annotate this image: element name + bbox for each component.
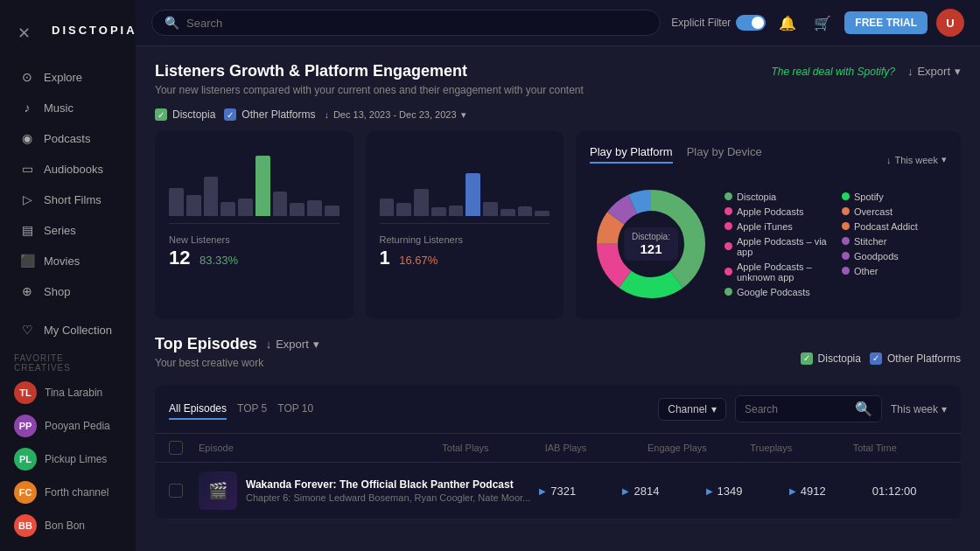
sidebar-item-music[interactable]: ♪ Music bbox=[5, 93, 130, 122]
iab-plays-value: 2814 bbox=[634, 485, 659, 498]
sidebar-item-short-films[interactable]: ▷ Short Films bbox=[5, 185, 130, 214]
sidebar-item-audiobooks[interactable]: ▭ Audiobooks bbox=[5, 154, 130, 184]
legend-dot bbox=[842, 222, 850, 230]
tab-play-by-platform[interactable]: Play by Platform bbox=[590, 145, 673, 164]
top-ep-other-platforms-filter[interactable]: Other Platforms bbox=[870, 352, 961, 365]
tab-top-10[interactable]: TOP 10 bbox=[277, 399, 313, 420]
tab-all-episodes[interactable]: All Episodes bbox=[169, 399, 227, 420]
export-icon: ↓ bbox=[266, 338, 272, 351]
tab-play-by-device[interactable]: Play by Device bbox=[687, 145, 762, 164]
top-episodes-export-button[interactable]: ↓ Export ▾ bbox=[266, 338, 319, 351]
bar bbox=[169, 188, 184, 216]
sidebar-item-series[interactable]: ▤ Series bbox=[5, 215, 130, 245]
sidebar-item-movies[interactable]: ⬛ Movies bbox=[5, 246, 130, 276]
chevron-down-icon: ▾ bbox=[461, 109, 466, 121]
export-button[interactable]: ↓ Export ▾ bbox=[907, 65, 961, 78]
short-films-icon: ▷ bbox=[19, 192, 35, 206]
bar bbox=[449, 206, 464, 216]
search-icon: 🔍 bbox=[164, 16, 179, 30]
bar bbox=[273, 192, 288, 216]
select-all-checkbox[interactable] bbox=[169, 441, 183, 455]
sidebar-item-shop[interactable]: ⊕ Shop bbox=[5, 276, 130, 306]
explore-icon: ⊙ bbox=[19, 70, 35, 84]
listeners-subtitle: Your new listeners compared with your cu… bbox=[155, 84, 961, 96]
sidebar-item-label: My Collection bbox=[44, 324, 112, 337]
sidebar-item-podcasts[interactable]: ◉ Podcasts bbox=[5, 123, 130, 153]
chevron-down-icon: ▾ bbox=[955, 65, 961, 78]
favorite-name: Pooyan Pedia bbox=[45, 420, 110, 432]
user-avatar[interactable]: U bbox=[936, 9, 964, 37]
sidebar-item-label: Audiobooks bbox=[44, 163, 103, 176]
returning-stats: Returning Listeners 1 16.67% bbox=[380, 234, 550, 269]
top-ep-disctopia-checkbox[interactable] bbox=[801, 352, 813, 365]
favorite-item-pooyan[interactable]: PP Pooyan Pedia bbox=[0, 409, 136, 443]
avatar: PL bbox=[14, 448, 37, 471]
channel-selector[interactable]: Channel ▾ bbox=[658, 398, 726, 421]
sidebar-item-explore[interactable]: ⊙ Explore bbox=[5, 62, 130, 92]
play-icon: ▶ bbox=[539, 486, 546, 496]
listener-stats: New Listeners 12 83.33% bbox=[169, 234, 340, 269]
legend-dot bbox=[724, 192, 732, 200]
returning-bar-chart bbox=[380, 145, 550, 224]
episode-description: Chapter 6: Simone Ledward Boseman, Ryan … bbox=[246, 492, 530, 503]
table-row[interactable]: 🎬 Wakanda Forever: The Official Black Pa… bbox=[155, 463, 961, 520]
search-bar[interactable]: 🔍 bbox=[151, 10, 661, 36]
explicit-filter-toggle[interactable] bbox=[736, 15, 766, 31]
free-trial-button[interactable]: FREE TRIAL bbox=[844, 11, 928, 34]
legend-item-apple-via-app: Apple Podcasts – via app bbox=[724, 236, 830, 257]
sidebar: ✕ DISCTOPIA ⊙ Explore ♪ Music ◉ Podcasts… bbox=[0, 0, 136, 551]
movies-icon: ⬛ bbox=[19, 254, 35, 268]
sidebar-item-my-collection[interactable]: ♡ My Collection bbox=[5, 315, 130, 341]
legend-dot bbox=[724, 288, 732, 296]
disctopia-filter[interactable]: Disctopia bbox=[155, 108, 215, 121]
search-input[interactable] bbox=[186, 17, 648, 30]
iab-plays-cell: ▶ 2814 bbox=[622, 485, 696, 498]
listeners-title: Listeners Growth & Platform Engagement bbox=[155, 62, 467, 80]
episodes-week-selector[interactable]: This week ▾ bbox=[891, 403, 947, 415]
disctopia-label: Disctopia bbox=[172, 108, 215, 121]
chevron-down-icon: ▾ bbox=[942, 403, 947, 415]
tab-top-5[interactable]: TOP 5 bbox=[237, 399, 267, 420]
top-ep-other-platforms-checkbox[interactable] bbox=[870, 352, 882, 365]
week-label: This week bbox=[891, 403, 938, 415]
other-platforms-label: Other Platforms bbox=[242, 108, 315, 121]
favorite-item-bon[interactable]: BB Bon Bon bbox=[0, 509, 136, 542]
date-range-picker[interactable]: ↓ Dec 13, 2023 - Dec 23, 2023 ▾ bbox=[324, 109, 466, 121]
returning-listeners-label: Returning Listeners bbox=[380, 234, 463, 245]
returning-listeners-value: 1 bbox=[380, 247, 390, 269]
favorite-item-forth[interactable]: FC Forth channel bbox=[0, 476, 136, 509]
total-plays-value: 7321 bbox=[550, 485, 576, 498]
top-ep-disctopia-filter[interactable]: Disctopia bbox=[801, 352, 861, 365]
legend-item-apple-itunes: Apple iTunes bbox=[724, 221, 830, 232]
week-selector[interactable]: ↓ This week ▾ bbox=[886, 154, 947, 165]
favorite-item-pickup[interactable]: PL Pickup Limes bbox=[0, 443, 136, 476]
sidebar-item-label: Short Films bbox=[44, 193, 102, 206]
new-listeners-value: 12 bbox=[169, 247, 190, 269]
download-icon: ↓ bbox=[324, 109, 329, 120]
bar-chart-card: New Listeners 12 83.33% bbox=[155, 131, 354, 319]
sidebar-item-label: Explore bbox=[44, 71, 82, 84]
legend-dot bbox=[724, 242, 732, 250]
other-platforms-checkbox[interactable] bbox=[224, 108, 236, 121]
cart-icon[interactable]: 🛒 bbox=[809, 10, 836, 36]
sidebar-item-label: Podcasts bbox=[44, 132, 90, 145]
col-engage-plays-header: Engage Plays bbox=[648, 443, 741, 453]
bar bbox=[204, 177, 219, 216]
returning-listeners-stat: Returning Listeners 1 16.67% bbox=[380, 234, 463, 269]
legend-item-apple-podcasts: Apple Podcasts bbox=[724, 206, 830, 217]
row-checkbox[interactable] bbox=[169, 484, 183, 498]
donut-content: Disctopia: 121 Disctopia bbox=[590, 183, 947, 305]
other-platforms-filter[interactable]: Other Platforms bbox=[224, 108, 315, 121]
close-button[interactable]: ✕ bbox=[18, 17, 31, 49]
engage-plays-value: 1349 bbox=[718, 485, 743, 498]
bar bbox=[535, 211, 550, 216]
total-time-value: 01:12:00 bbox=[872, 485, 917, 498]
episodes-search[interactable]: 🔍 bbox=[735, 395, 882, 422]
episodes-search-input[interactable] bbox=[745, 403, 850, 415]
music-icon: ♪ bbox=[19, 101, 35, 115]
favorite-item-tina[interactable]: TL Tina Larabin bbox=[0, 376, 136, 409]
legend-dot bbox=[724, 268, 732, 276]
notifications-icon[interactable]: 🔔 bbox=[774, 10, 801, 36]
disctopia-checkbox[interactable] bbox=[155, 108, 167, 121]
legend-item-google-podcasts: Google Podcasts bbox=[724, 287, 830, 297]
